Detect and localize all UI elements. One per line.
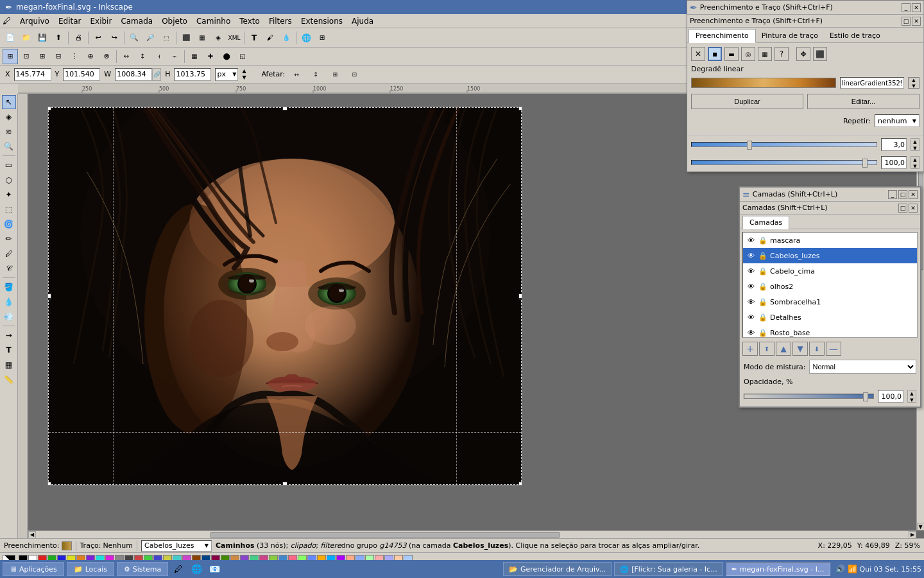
- snap1-btn[interactable]: ⊡: [19, 49, 34, 64]
- hscroll[interactable]: ◀ ▶: [28, 530, 916, 538]
- hscroll-right[interactable]: ▶: [909, 531, 916, 539]
- layers-close-btn[interactable]: ✕: [909, 190, 918, 199]
- h-input[interactable]: [174, 68, 211, 81]
- gradient-name-input[interactable]: [840, 77, 904, 89]
- select-tool[interactable]: ↖: [2, 95, 16, 109]
- hscroll-left[interactable]: ◀: [28, 531, 36, 539]
- xml-btn[interactable]: XML: [227, 30, 242, 46]
- h-spinner[interactable]: ▲ ▼: [242, 68, 252, 81]
- layer-down-btn[interactable]: ▼: [792, 342, 808, 356]
- layer-opacity-slider[interactable]: [744, 394, 874, 399]
- gradient-tool[interactable]: ▦: [2, 358, 16, 372]
- menu-exibir[interactable]: Exibir: [86, 15, 116, 27]
- fill-inherit-btn[interactable]: ⬛: [813, 47, 827, 61]
- menu-camada[interactable]: Camada: [117, 15, 157, 27]
- snap4-btn[interactable]: ⋮: [67, 49, 82, 64]
- rect-tool[interactable]: ▭: [2, 158, 16, 172]
- undo-btn[interactable]: ↩: [90, 30, 106, 46]
- menu-editar[interactable]: Editar: [55, 15, 85, 27]
- layer-opacity-input[interactable]: [878, 390, 903, 403]
- repetir-select[interactable]: nenhum ▼: [875, 114, 920, 127]
- afeta2-btn[interactable]: ↕: [308, 67, 323, 82]
- layer-eye-olhos2[interactable]: 👁: [746, 281, 756, 292]
- grid-btn[interactable]: ▦: [187, 49, 202, 64]
- spiral-tool[interactable]: 🌀: [2, 217, 16, 231]
- fill-color-swatch[interactable]: [62, 541, 72, 550]
- clip-btn[interactable]: ◱: [235, 49, 250, 64]
- duplicate-gradient-btn[interactable]: Duplicar: [691, 94, 803, 109]
- menu-extensions[interactable]: Extensions: [297, 15, 346, 27]
- zoom-out-btn[interactable]: 🔎: [142, 30, 158, 46]
- spray-tool[interactable]: 💨: [2, 310, 16, 324]
- add-layer-btn[interactable]: +: [742, 342, 758, 356]
- measure-tool[interactable]: 📏: [2, 372, 16, 387]
- layers-max-btn[interactable]: □: [898, 190, 907, 199]
- layer-lock-mascara[interactable]: 🔒: [758, 235, 768, 245]
- hscroll-track[interactable]: [36, 532, 909, 538]
- taskbar-icon1[interactable]: 🖊: [171, 562, 186, 576]
- layer-eye-mascara[interactable]: 👁: [746, 235, 756, 245]
- layer-eye-cabelo-cima[interactable]: 👁: [746, 266, 756, 276]
- opacity-spinner[interactable]: ▲ ▼: [911, 156, 920, 169]
- menu-texto[interactable]: Texto: [235, 15, 264, 27]
- calligraphy-tool[interactable]: 𝒞: [2, 261, 16, 276]
- layer-row-sombracelha[interactable]: 👁 🔒 Sombracelha1: [743, 294, 917, 310]
- layer-lock-olhos2[interactable]: 🔒: [758, 281, 768, 292]
- align2-btn[interactable]: ⫞: [151, 49, 166, 64]
- w-input[interactable]: [115, 68, 152, 81]
- tab-estilo-traco[interactable]: Estilo de traço: [824, 29, 886, 42]
- menu-filters[interactable]: Filters: [265, 15, 296, 27]
- menu-ajuda[interactable]: Ajuda: [348, 15, 377, 27]
- fill-linear-btn[interactable]: ▬: [724, 47, 739, 61]
- menu-arquivo[interactable]: Arquivo: [16, 15, 53, 27]
- fill-radial-btn[interactable]: ◎: [741, 47, 755, 61]
- afeta3-btn[interactable]: ⊞: [327, 67, 343, 82]
- snap-enable-btn[interactable]: ⊞: [3, 49, 18, 64]
- opacity-slider[interactable]: [691, 160, 877, 165]
- layer-lock-detalhes[interactable]: 🔒: [758, 312, 768, 322]
- taskbar-icon2[interactable]: 🌐: [189, 562, 204, 576]
- tray-network[interactable]: 🔊: [835, 565, 845, 574]
- layer-lock-cabelos[interactable]: 🔒: [758, 250, 768, 261]
- stroke-slider-thumb[interactable]: [747, 141, 752, 150]
- layer-row-mascara[interactable]: 👁 🔒 mascara: [743, 232, 917, 248]
- taskbar-gerenciador[interactable]: 📂 Gerenciador de Arquiv...: [503, 562, 612, 576]
- layer-lock-sombracelha[interactable]: 🔒: [758, 297, 768, 307]
- mask-btn[interactable]: ⬤: [219, 49, 234, 64]
- tab-pintura-traco[interactable]: Pintura de traço: [756, 29, 824, 42]
- current-layer-select[interactable]: Cabelos_luzes ▼: [141, 540, 212, 552]
- layers-inner-expand[interactable]: □: [898, 204, 907, 213]
- taskbar-locais[interactable]: 📁 Locais: [67, 562, 114, 576]
- redo-btn[interactable]: ↪: [107, 30, 122, 46]
- new-btn[interactable]: 📄: [3, 30, 18, 46]
- fill-pattern-btn[interactable]: ▦: [758, 47, 772, 61]
- stroke-width-input[interactable]: [881, 138, 907, 151]
- menu-caminho[interactable]: Caminho: [193, 15, 234, 27]
- lock-proportions-btn[interactable]: 🔗: [152, 68, 161, 81]
- zoom-in-btn[interactable]: 🔍: [126, 30, 142, 46]
- blend-mode-select[interactable]: Normal Multiply Screen Overlay: [809, 360, 916, 374]
- fill-unset-btn[interactable]: ✥: [796, 47, 810, 61]
- layers-inner-close[interactable]: ✕: [909, 204, 918, 213]
- layers-list[interactable]: 👁 🔒 mascara 👁 🔒 Cabelos_luzes 👁 🔒 Cabelo…: [742, 232, 918, 338]
- afeta4-btn[interactable]: ⊡: [346, 67, 362, 82]
- taskbar-inkscape-active[interactable]: ✒ megan-foxFinal.svg - I...: [726, 562, 830, 576]
- opacity-input[interactable]: [881, 156, 907, 169]
- fill-panel-close2[interactable]: ✕: [912, 17, 921, 26]
- edit-gradient-btn[interactable]: Editar...: [807, 94, 920, 109]
- snap5-btn[interactable]: ⊕: [83, 49, 98, 64]
- fill-panel-close[interactable]: ✕: [912, 3, 921, 12]
- align3-btn[interactable]: ⫟: [167, 49, 182, 64]
- print-btn[interactable]: 🖨: [71, 30, 86, 46]
- web-btn[interactable]: 🌐: [298, 30, 314, 46]
- fill-panel-minimize[interactable]: _: [902, 3, 911, 12]
- fill-panel-expand[interactable]: □: [902, 17, 911, 26]
- layer-row-detalhes[interactable]: 👁 🔒 Detalhes: [743, 310, 917, 325]
- layer-to-bottom-btn[interactable]: ⬇: [809, 342, 825, 356]
- zoom-tool[interactable]: 🔍: [2, 139, 16, 153]
- text-tool[interactable]: T: [2, 343, 16, 357]
- tab-preenchimento[interactable]: Preenchimento: [689, 29, 756, 43]
- layer-lock-cabelo-cima[interactable]: 🔒: [758, 266, 768, 276]
- node-tool[interactable]: ◈: [2, 110, 16, 124]
- snap6-btn[interactable]: ⊗: [99, 49, 114, 64]
